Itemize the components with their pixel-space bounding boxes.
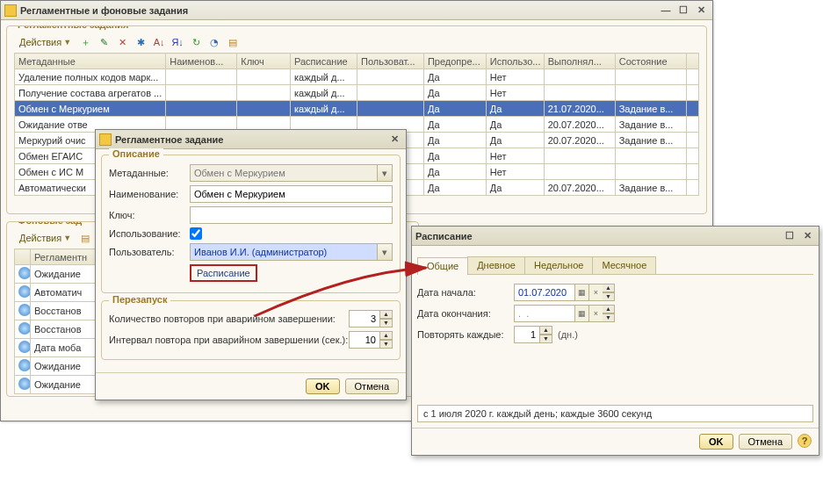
tab-monthly[interactable]: Месячное — [592, 256, 656, 274]
sort-asc-icon[interactable]: A↓ — [151, 34, 167, 50]
fld-metadata — [190, 164, 378, 182]
list-item[interactable]: Восстанов — [15, 320, 102, 339]
spin-up-icon[interactable]: ▲ — [603, 284, 615, 292]
cell-use: Да — [486, 101, 544, 117]
spin-up-icon[interactable]: ▲ — [380, 310, 393, 319]
cancel-button[interactable]: Отмена — [739, 434, 792, 450]
cell-key — [237, 69, 291, 85]
maximize-icon[interactable]: ☐ — [675, 4, 691, 17]
spin-down-icon[interactable]: ▼ — [603, 292, 615, 301]
col-key[interactable]: Ключ — [237, 54, 291, 69]
maximize-icon[interactable]: ☐ — [782, 230, 798, 242]
col-lastrun[interactable]: Выполнял... — [544, 54, 615, 69]
list-icon[interactable]: ▤ — [225, 34, 241, 50]
close-icon[interactable]: ✕ — [386, 133, 402, 146]
cell-sched: каждый д... — [291, 85, 357, 101]
bg-actions-menu[interactable]: Действия ▼ — [16, 233, 75, 243]
minimize-icon[interactable]: — — [658, 4, 674, 17]
globe-icon — [18, 267, 31, 279]
spin-up-icon[interactable]: ▲ — [380, 331, 393, 340]
fld-interval[interactable] — [349, 331, 380, 349]
refresh-icon[interactable]: ↻ — [188, 34, 204, 50]
cell-user — [357, 85, 423, 101]
cell-key — [237, 85, 291, 101]
clear-icon[interactable]: × — [589, 284, 603, 301]
cell-pre: Да — [423, 85, 486, 101]
cell-ran — [544, 69, 615, 85]
tab-daily[interactable]: Дневное — [467, 256, 525, 274]
cell-state: Задание в... — [615, 117, 686, 133]
fld-start-date[interactable] — [514, 284, 575, 301]
spin-up-icon[interactable]: ▲ — [603, 305, 615, 313]
bg-icon-1[interactable]: ▤ — [77, 230, 93, 246]
col-user[interactable]: Пользоват... — [357, 54, 423, 69]
list-item[interactable]: Восстанов — [15, 302, 102, 320]
list-item[interactable]: Ожидание — [15, 265, 102, 284]
add-icon[interactable]: ＋ — [77, 34, 93, 50]
clock-icon[interactable]: ◔ — [206, 34, 222, 50]
calendar-icon[interactable]: ▦ — [575, 305, 589, 322]
col-meta[interactable]: Метаданные — [15, 54, 166, 69]
clear-icon[interactable]: × — [589, 305, 603, 322]
globe-icon — [18, 322, 31, 335]
cell-pre: Да — [423, 117, 486, 133]
globe-icon — [18, 341, 31, 353]
lbl-end-date: Дата окончания: — [417, 308, 514, 319]
table-row[interactable]: Получение состава агрегатов ...каждый д.… — [15, 85, 699, 101]
sort-desc-icon[interactable]: Я↓ — [170, 34, 185, 50]
tab-weekly[interactable]: Недельное — [524, 256, 593, 274]
schedule-window-title: Расписание — [415, 231, 473, 241]
ok-button[interactable]: OK — [699, 434, 733, 450]
fld-key[interactable] — [190, 206, 393, 224]
calendar-icon[interactable]: ▦ — [575, 284, 589, 301]
list-item[interactable]: Дата моба — [15, 339, 102, 357]
list-item[interactable]: Ожидание — [15, 357, 102, 376]
spin-down-icon[interactable]: ▼ — [380, 319, 393, 328]
spin-down-icon[interactable]: ▼ — [380, 340, 393, 349]
list-item[interactable]: Ожидание — [15, 376, 102, 394]
list-item[interactable]: Автоматич — [15, 284, 102, 302]
col-name[interactable]: Наименов... — [166, 54, 237, 69]
user-dropdown-icon[interactable]: ▾ — [378, 243, 393, 261]
lbl-use: Использование: — [109, 228, 190, 239]
actions-menu[interactable]: Действия ▼ — [16, 37, 75, 47]
close-icon[interactable]: ✕ — [799, 230, 815, 242]
table-row[interactable]: Обмен с Меркуриемкаждый д...ДаДа21.07.20… — [15, 101, 699, 117]
col-predefined[interactable]: Предопре... — [423, 54, 486, 69]
main-window-titlebar[interactable]: Регламентные и фоновые задания — ☐ ✕ — [1, 1, 712, 20]
schedule-link[interactable]: Расписание — [190, 264, 257, 282]
tab-general[interactable]: Общие — [417, 257, 468, 275]
lbl-name: Наименование: — [109, 189, 190, 199]
find-icon[interactable]: ✱ — [133, 34, 148, 50]
col-state[interactable]: Состояние — [615, 54, 686, 69]
dropdown-icon[interactable]: ▾ — [378, 164, 393, 182]
restart-group-label: Перезапуск — [109, 294, 170, 305]
spin-down-icon[interactable]: ▼ — [603, 313, 615, 322]
schedule-window-titlebar[interactable]: Расписание ☐ ✕ — [412, 227, 819, 246]
help-icon[interactable]: ? — [798, 434, 812, 448]
cancel-button[interactable]: Отмена — [345, 378, 399, 394]
repeat-unit: (дн.) — [558, 329, 578, 340]
delete-icon[interactable]: ✕ — [114, 34, 130, 50]
bg-col-header[interactable]: Регламентн — [31, 249, 102, 265]
cell-ran: 20.07.2020... — [544, 117, 615, 133]
close-icon[interactable]: ✕ — [693, 4, 709, 17]
col-schedule[interactable]: Расписание — [291, 54, 357, 69]
lbl-metadata: Метаданные: — [109, 168, 190, 178]
fld-user[interactable] — [190, 243, 378, 261]
spin-down-icon[interactable]: ▼ — [540, 335, 552, 343]
fld-repeat[interactable] — [514, 326, 540, 343]
ok-button[interactable]: OK — [306, 378, 340, 394]
fld-retry[interactable] — [349, 310, 380, 328]
edit-icon[interactable]: ✎ — [96, 34, 112, 50]
col-scroll — [686, 54, 698, 69]
table-row[interactable]: Удаление полных кодов марк...каждый д...… — [15, 69, 699, 85]
task-dialog-titlebar[interactable]: Регламентное задание ✕ — [96, 130, 406, 149]
fld-name[interactable] — [190, 185, 393, 203]
spin-up-icon[interactable]: ▲ — [540, 326, 552, 335]
cell-meta: Удаление полных кодов марк... — [15, 69, 166, 85]
col-use[interactable]: Использо... — [486, 54, 544, 69]
lbl-key: Ключ: — [109, 210, 190, 220]
chk-use[interactable] — [190, 227, 202, 240]
fld-end-date[interactable] — [514, 305, 575, 322]
